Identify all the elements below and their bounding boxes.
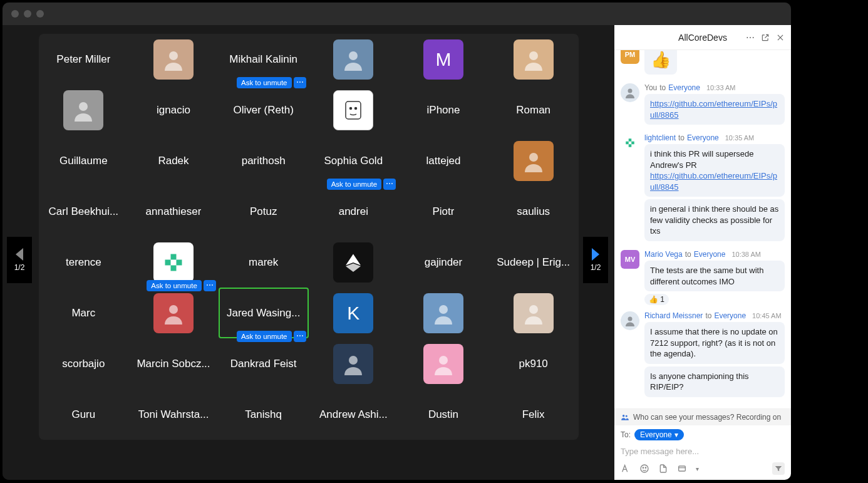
participant-tile[interactable]: Piotr bbox=[398, 186, 488, 237]
participant-tile[interactable]: gajinder bbox=[398, 237, 488, 288]
participant-tile[interactable]: Ask to unmute⋯ bbox=[128, 288, 219, 338]
svg-point-19 bbox=[628, 89, 633, 93]
link[interactable]: https://github.com/ethereum/EIPs/pull/88… bbox=[650, 99, 777, 120]
participant-tile[interactable]: Felix bbox=[488, 389, 579, 440]
avatar bbox=[333, 39, 373, 80]
filter-icon[interactable] bbox=[772, 462, 785, 475]
participant-tile[interactable]: Andrew Ashi... bbox=[309, 389, 399, 440]
participant-tile[interactable]: Carl Beekhui... bbox=[39, 186, 129, 237]
participant-tile[interactable]: marek bbox=[219, 237, 309, 288]
participant-name: Felix bbox=[522, 408, 545, 421]
ask-unmute-button[interactable]: Ask to unmute bbox=[237, 77, 292, 88]
participant-tile[interactable]: terence bbox=[39, 237, 129, 288]
ask-more-button[interactable]: ⋯ bbox=[204, 280, 216, 291]
ask-unmute-button[interactable]: Ask to unmute bbox=[147, 280, 202, 291]
svg-point-26 bbox=[626, 415, 628, 417]
participant-name: Potuz bbox=[250, 205, 277, 218]
ask-unmute-button[interactable]: Ask to unmute bbox=[327, 179, 382, 190]
popout-icon[interactable] bbox=[761, 33, 770, 42]
avatar bbox=[153, 39, 194, 80]
ask-more-button[interactable]: ⋯ bbox=[383, 179, 396, 190]
attach-icon[interactable] bbox=[658, 464, 668, 474]
avatar bbox=[423, 293, 463, 333]
participant-tile[interactable]: Ask to unmute⋯Dankrad Feist bbox=[219, 338, 309, 389]
participant-tile[interactable]: saulius bbox=[488, 186, 579, 237]
participant-tile[interactable]: Radek bbox=[128, 135, 219, 186]
participant-tile[interactable] bbox=[128, 34, 219, 85]
recipient-pill[interactable]: Everyone ▾ bbox=[634, 429, 684, 440]
participant-name: Carl Beekhui... bbox=[49, 205, 119, 218]
participant-tile[interactable]: Ask to unmute⋯Oliver (Reth) bbox=[219, 85, 309, 135]
participant-tile[interactable] bbox=[488, 135, 579, 186]
participant-tile[interactable] bbox=[309, 237, 399, 288]
participant-tile[interactable] bbox=[309, 338, 399, 389]
message-bubble: https://github.com/ethereum/EIPs/pull/88… bbox=[644, 94, 785, 125]
participant-tile[interactable]: K bbox=[309, 288, 399, 338]
chat-compose: To: Everyone ▾ bbox=[614, 425, 791, 480]
message-bubble: Is anyone championing this RIP/EIP? bbox=[644, 366, 785, 397]
participant-tile[interactable]: ignacio bbox=[128, 85, 219, 135]
traffic-zoom[interactable] bbox=[36, 10, 44, 18]
participant-tile[interactable]: Dustin bbox=[398, 389, 488, 440]
chat-message: lightclienttoEveryone10:35 AMi think thi… bbox=[621, 133, 785, 244]
message-input[interactable] bbox=[621, 444, 785, 462]
ask-unmute-button[interactable]: Ask to unmute bbox=[237, 331, 292, 342]
participant-tile[interactable]: M bbox=[398, 34, 488, 85]
participant-grid: Peter MillerMikhail KalininMignacioAsk t… bbox=[39, 34, 579, 440]
participant-tile[interactable] bbox=[309, 85, 399, 135]
participant-tile[interactable]: Toni Wahrsta... bbox=[128, 389, 219, 440]
participant-tile[interactable] bbox=[488, 288, 579, 338]
format-icon[interactable] bbox=[621, 464, 631, 474]
participant-tile[interactable]: lattejed bbox=[398, 135, 488, 186]
participant-name: marek bbox=[249, 256, 278, 269]
svg-rect-30 bbox=[679, 466, 686, 471]
traffic-minimize[interactable] bbox=[24, 10, 31, 18]
participant-tile[interactable]: parithosh bbox=[219, 135, 309, 186]
app-window: 1/2 Peter MillerMikhail KalininMignacioA… bbox=[3, 3, 791, 480]
participant-tile[interactable] bbox=[398, 338, 488, 389]
participant-tile[interactable] bbox=[398, 288, 488, 338]
avatar bbox=[514, 293, 554, 333]
screenshot-icon[interactable] bbox=[677, 464, 687, 474]
traffic-close[interactable] bbox=[11, 10, 19, 18]
emoji-icon[interactable] bbox=[639, 464, 649, 474]
participant-tile[interactable]: Potuz bbox=[219, 186, 309, 237]
more-icon[interactable]: ⋯ bbox=[746, 33, 755, 43]
page-next-button[interactable]: 1/2 bbox=[583, 237, 608, 283]
participant-tile[interactable]: Guru bbox=[39, 389, 129, 440]
chat-visibility-notice[interactable]: Who can see your messages? Recording on bbox=[614, 408, 791, 425]
participant-tile[interactable]: Marc bbox=[39, 288, 129, 338]
avatar: K bbox=[333, 293, 373, 333]
svg-rect-8 bbox=[170, 254, 176, 259]
chat-messages[interactable]: PM👍YoutoEveryone10:33 AMhttps://github.c… bbox=[614, 50, 791, 408]
participant-name: Sudeep | Erig... bbox=[497, 256, 570, 269]
participant-tile[interactable]: Tanishq bbox=[219, 389, 309, 440]
participant-tile[interactable] bbox=[39, 85, 129, 135]
link[interactable]: https://github.com/ethereum/EIPs/pull/88… bbox=[650, 171, 777, 192]
participant-tile[interactable]: Ask to unmute⋯andrei bbox=[309, 186, 399, 237]
participant-tile[interactable] bbox=[309, 34, 399, 85]
page-prev-button[interactable]: 1/2 bbox=[7, 237, 32, 283]
participant-tile[interactable]: Sudeep | Erig... bbox=[488, 237, 579, 288]
participant-name: Radek bbox=[158, 155, 189, 167]
chevron-down-icon[interactable]: ▾ bbox=[696, 465, 699, 472]
participant-tile[interactable]: iPhone bbox=[398, 85, 488, 135]
participant-tile[interactable]: annathieser bbox=[128, 186, 219, 237]
participant-tile[interactable]: Marcin Sobcz... bbox=[128, 338, 219, 389]
participant-tile[interactable] bbox=[488, 34, 579, 85]
participant-tile[interactable]: scorbajio bbox=[39, 338, 129, 389]
pager-text-right: 1/2 bbox=[591, 263, 601, 272]
close-icon[interactable] bbox=[776, 33, 785, 42]
participant-tile[interactable]: pk910 bbox=[488, 338, 579, 389]
reaction-chip[interactable]: 👍 1 bbox=[644, 294, 669, 305]
participant-tile[interactable]: Peter Miller bbox=[39, 34, 129, 85]
chat-message: Richard MeissnertoEveryone10:45 AMI assu… bbox=[621, 311, 785, 400]
message-meta: Mario VegatoEveryone10:38 AM bbox=[644, 250, 785, 259]
participant-tile[interactable]: Roman bbox=[488, 85, 579, 135]
ask-more-button[interactable]: ⋯ bbox=[294, 77, 306, 88]
chevron-right-icon bbox=[592, 248, 599, 261]
svg-point-2 bbox=[529, 51, 538, 60]
ask-more-button[interactable]: ⋯ bbox=[294, 331, 306, 342]
participant-tile[interactable]: Guillaume bbox=[39, 135, 129, 186]
to-label: To: bbox=[621, 430, 631, 439]
